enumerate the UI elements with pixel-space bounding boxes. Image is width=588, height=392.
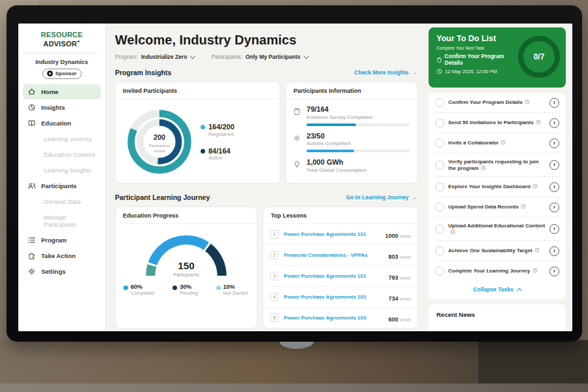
program-filter-value: Industrialize Zero: [141, 54, 187, 60]
todo-item: Achieve One Sustainability Target ›: [434, 241, 560, 261]
sponsor-badge: Sponsor: [42, 69, 82, 79]
task-checkbox[interactable]: [435, 118, 444, 127]
clock-icon: [536, 120, 541, 125]
task-open-button[interactable]: ›: [549, 267, 559, 276]
task-open-button[interactable]: ›: [549, 182, 559, 192]
sidebar-item-education[interactable]: Education: [23, 116, 101, 131]
emission-survey-row: 79/164 Emission Survey Completed: [286, 99, 417, 126]
task-checkbox[interactable]: [435, 225, 444, 234]
actions-icon: [293, 132, 301, 153]
donut-center-label: Participants: [149, 143, 170, 148]
sidebar-item-manage-participants[interactable]: Manage Participants: [23, 210, 101, 232]
chevron-down-icon: [304, 54, 309, 59]
sidebar-item-general-data[interactable]: General Data: [23, 194, 101, 209]
task-open-button[interactable]: ›: [549, 203, 559, 212]
learning-journey-title: Participant Learning Journey: [115, 193, 210, 201]
clock-icon: [481, 165, 486, 171]
org-name: Industry Dynamics: [23, 59, 101, 65]
task-checkbox[interactable]: [435, 246, 444, 255]
completed-dot: [123, 286, 128, 290]
education-icon: [27, 119, 36, 127]
lesson-link[interactable]: Power Purchase Agreements 101: [284, 231, 385, 237]
sidebar-item-participants[interactable]: Participants: [23, 178, 101, 193]
recent-news-title: Recent News: [436, 311, 558, 318]
todo-panel-header: Your To Do List Complete Your Next Task:…: [429, 27, 566, 88]
task-open-button[interactable]: ›: [549, 246, 559, 256]
sidebar-item-education-content[interactable]: Education Content: [23, 147, 101, 162]
todo-item: Explore Your Insights Dashboard ›: [434, 177, 560, 197]
lesson-rank: 1: [270, 230, 278, 238]
emission-survey-progress: [306, 123, 410, 126]
global-consumption-row: 1,000 GWh Total Global Consumption: [286, 152, 417, 173]
todo-title: Your To Do List: [436, 34, 520, 43]
sidebar-item-settings[interactable]: Settings: [23, 264, 101, 279]
legend-item-active: 84/164 Active: [201, 147, 235, 161]
top-lessons-title: Top Lessons: [263, 207, 417, 224]
lesson-link[interactable]: Power Purchase Agreements 101: [284, 273, 388, 279]
survey-icon: [293, 105, 301, 126]
todo-subtitle: Complete Your Next Task:: [436, 46, 520, 50]
chevron-down-icon: [190, 54, 195, 59]
todo-list: Confirm Your Program Details › Send 50 I…: [429, 93, 566, 299]
todo-item: Confirm Your Program Details ›: [434, 93, 560, 113]
task-checkbox[interactable]: [435, 182, 444, 191]
task-checkbox[interactable]: [435, 267, 444, 276]
lesson-link[interactable]: Power Purchase Agreements 102: [284, 294, 388, 300]
lesson-link[interactable]: Financial Considerations - VPPAs: [284, 252, 388, 258]
task-checkbox[interactable]: [435, 98, 444, 107]
lesson-row: 1 Power Purchase Agreements 101 1000view…: [263, 224, 417, 245]
registered-dot: [201, 125, 205, 129]
learning-journey-header: Participant Learning Journey Go to Learn…: [115, 193, 417, 201]
main-content: Welcome, Industry Dynamics Program: Indu…: [106, 24, 425, 331]
lesson-link[interactable]: Power Purchase Agreements 103: [284, 315, 388, 321]
sponsor-icon: [47, 71, 53, 76]
program-filter[interactable]: Program: Industrialize Zero: [115, 54, 195, 60]
go-to-learning-journey-link[interactable]: Go to Learning Journey →: [346, 194, 417, 201]
lesson-row: 4 Power Purchase Agreements 102 734views: [263, 287, 417, 308]
clock-icon: [521, 204, 526, 209]
participants-filter[interactable]: Participants: Only My Participants: [212, 54, 308, 60]
program-insights-title: Program Insights: [115, 69, 171, 76]
sidebar-item-insights[interactable]: Insights: [23, 100, 101, 115]
monitor-frame: RESOURCE ADVISOR+ Industry Dynamics Spon…: [7, 5, 582, 342]
brand-secondary: ADVISOR+: [43, 40, 80, 48]
sidebar-item-learning-journey[interactable]: Learning Journey: [23, 131, 101, 146]
recent-news-card: Recent News: [429, 304, 566, 331]
participants-information-card: Participants Information 79/164 Emission…: [286, 82, 418, 184]
todo-item: Upload Additional Educational Content ›: [434, 218, 560, 241]
arrow-right-icon: →: [412, 194, 417, 201]
pending-dot: [172, 286, 177, 290]
task-open-button[interactable]: ›: [549, 98, 559, 108]
filter-bar: Program: Industrialize Zero Participants…: [115, 54, 418, 60]
lesson-row: 5 Power Purchase Agreements 103 600views: [263, 308, 417, 328]
donut-center-label: Invited: [154, 148, 166, 153]
invited-participants-title: Invited Participants: [116, 82, 280, 99]
gauge-legend: 60% Completed 30% Pending: [116, 282, 257, 301]
collapse-tasks-link[interactable]: Collapse Tasks: [434, 281, 560, 299]
todo-item: Verify participants requesting to join t…: [434, 154, 560, 177]
task-open-button[interactable]: ›: [549, 118, 559, 128]
brand-primary: RESOURCE: [41, 31, 83, 39]
todo-item: Complete Your Learning Journey ›: [434, 261, 560, 281]
clock-icon: [532, 268, 538, 273]
todo-panel: Your To Do List Complete Your Next Task:…: [425, 24, 572, 331]
sidebar-item-home[interactable]: Home: [23, 84, 101, 99]
task-checkbox[interactable]: [435, 203, 444, 212]
sidebar-item-learning-insights[interactable]: Learning Insights: [23, 163, 101, 178]
sidebar-item-program[interactable]: Program: [23, 233, 101, 248]
todo-next-task: Confirm Your Program Details: [436, 53, 520, 66]
sidebar: RESOURCE ADVISOR+ Industry Dynamics Spon…: [18, 24, 106, 331]
participants-filter-label: Participants:: [212, 54, 242, 60]
clock-icon: [500, 140, 506, 145]
check-more-insights-link[interactable]: Check More Insights →: [354, 69, 417, 76]
task-open-button[interactable]: ›: [549, 139, 559, 148]
sidebar-nav: Home Insights Education Learning Journey…: [23, 84, 101, 279]
task-open-button[interactable]: ›: [549, 224, 559, 234]
invited-participants-donut-chart: 200 Participants Invited: [121, 103, 198, 180]
education-progress-card: Education Progress 150 Participants: [115, 206, 257, 329]
task-checkbox[interactable]: [435, 139, 444, 148]
sidebar-item-take-action[interactable]: Take Action: [23, 248, 101, 263]
lesson-rank: 2: [270, 251, 278, 259]
task-checkbox[interactable]: [435, 161, 444, 170]
task-open-button[interactable]: ›: [549, 160, 559, 170]
